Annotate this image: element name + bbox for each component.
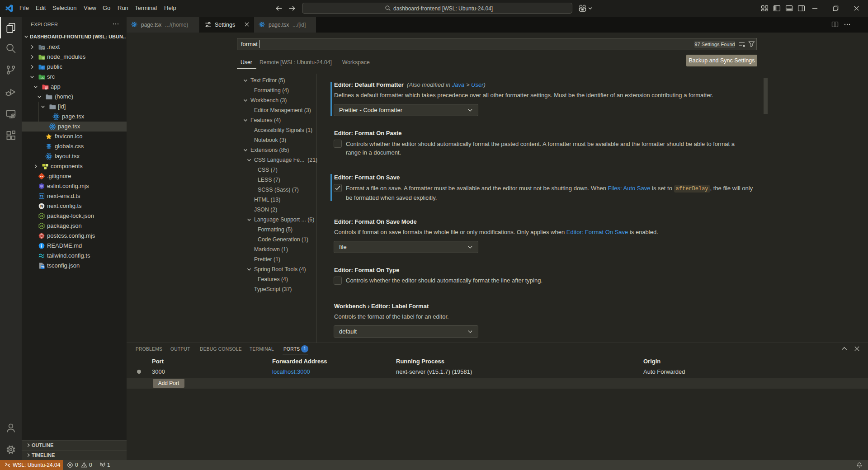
svg-text:JS: JS [40, 225, 43, 227]
svg-text:JS: JS [40, 215, 43, 217]
svg-text:TS: TS [40, 195, 44, 198]
svg-text:N: N [42, 47, 44, 50]
svg-text:TS: TS [41, 266, 44, 268]
svg-text:N: N [40, 204, 43, 208]
svg-text:</>: </> [41, 77, 44, 80]
